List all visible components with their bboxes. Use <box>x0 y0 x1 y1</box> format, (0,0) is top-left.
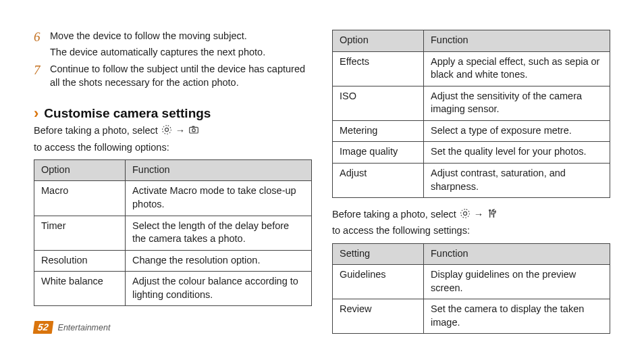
step-list: 6 Move the device to follow the moving s… <box>34 30 312 89</box>
right-column: Option Function EffectsApply a special e… <box>332 30 610 311</box>
gear-icon <box>459 208 471 219</box>
intro-prefix: Before taking a photo, select <box>332 207 456 221</box>
table-row: AdjustAdjust contrast, saturation, and s… <box>333 163 610 197</box>
step-text: Continue to follow the subject until the… <box>50 63 312 89</box>
function-cell: Select the length of the delay before th… <box>126 216 312 250</box>
setting-cell: Review <box>333 299 424 334</box>
table-row: EffectsApply a special effect, such as s… <box>333 51 610 86</box>
table-row: Image qualitySet the quality level for y… <box>333 142 610 164</box>
table-row: MacroActivate Macro mode to take close-u… <box>34 181 312 216</box>
option-cell: Resolution <box>34 250 126 272</box>
intro-prefix: Before taking a photo, select <box>34 124 158 137</box>
intro-suffix: to access the following options: <box>34 141 169 154</box>
option-cell: Macro <box>34 181 126 216</box>
option-cell: Effects <box>333 51 424 86</box>
setting-cell: Guidelines <box>333 265 424 299</box>
table-row: MeteringSelect a type of exposure metre. <box>333 120 610 142</box>
gear-icon <box>161 124 173 135</box>
table-row: White balanceAdjust the colour balance a… <box>34 272 312 306</box>
settings-table: Setting Function GuidelinesDisplay guide… <box>332 243 610 334</box>
section-name: Entertainment <box>58 323 111 332</box>
function-cell: Set the camera to display the taken imag… <box>424 299 610 334</box>
page-number: 52 <box>33 321 53 334</box>
function-cell: Adjust the sensitivity of the camera ima… <box>424 86 610 120</box>
subsection-heading: › Customise camera settings <box>34 105 312 121</box>
step-7: 7 Continue to follow the subject until t… <box>34 63 312 89</box>
intro-suffix: to access the following settings: <box>332 224 470 237</box>
option-cell: ISO <box>333 86 424 120</box>
step-text: The device automatically captures the ne… <box>50 46 265 59</box>
intro-text-1: Before taking a photo, select → to acces… <box>34 124 312 154</box>
page-footer: 52 Entertainment <box>34 321 110 334</box>
col-header-function: Function <box>424 30 610 52</box>
function-cell: Adjust contrast, saturation, and sharpne… <box>424 163 610 197</box>
function-cell: Change the resolution option. <box>126 250 312 272</box>
step-text: Move the device to follow the moving sub… <box>50 30 265 43</box>
heading-text: Customise camera settings <box>44 106 211 121</box>
tools-icon <box>486 208 498 219</box>
col-header-setting: Setting <box>333 243 424 265</box>
function-cell: Adjust the colour balance according to l… <box>126 272 312 306</box>
table-row: TimerSelect the length of the delay befo… <box>34 216 312 250</box>
arrow-icon: → <box>176 124 186 137</box>
function-cell: Select a type of exposure metre. <box>424 120 610 142</box>
function-cell: Apply a special effect, such as sepia or… <box>424 51 610 86</box>
function-cell: Activate Macro mode to take close-up pho… <box>126 181 312 216</box>
option-cell: Timer <box>34 216 126 250</box>
table-row: ReviewSet the camera to display the take… <box>333 299 610 334</box>
chevron-right-icon: › <box>34 106 38 121</box>
col-header-function: Function <box>424 243 610 265</box>
options-table-1: Option Function MacroActivate Macro mode… <box>34 159 312 307</box>
table-row: GuidelinesDisplay guidelines on the prev… <box>333 265 610 299</box>
table-row: ResolutionChange the resolution option. <box>34 250 312 272</box>
intro-text-2: Before taking a photo, select → to acces… <box>332 207 610 238</box>
option-cell: Adjust <box>333 163 424 197</box>
left-column: 6 Move the device to follow the moving s… <box>34 30 312 311</box>
function-cell: Display guidelines on the preview screen… <box>424 265 610 299</box>
options-table-2: Option Function EffectsApply a special e… <box>332 30 610 198</box>
function-cell: Set the quality level for your photos. <box>424 142 610 164</box>
col-header-function: Function <box>126 159 312 181</box>
table-row: ISOAdjust the sensitivity of the camera … <box>333 86 610 120</box>
option-cell: Image quality <box>333 142 424 164</box>
camera-icon <box>188 124 200 135</box>
col-header-option: Option <box>333 30 424 52</box>
step-number: 7 <box>34 61 43 88</box>
step-6: 6 Move the device to follow the moving s… <box>34 30 312 59</box>
arrow-icon: → <box>474 207 484 221</box>
option-cell: White balance <box>34 272 126 306</box>
col-header-option: Option <box>34 159 126 181</box>
option-cell: Metering <box>333 120 424 142</box>
step-number: 6 <box>34 28 43 57</box>
